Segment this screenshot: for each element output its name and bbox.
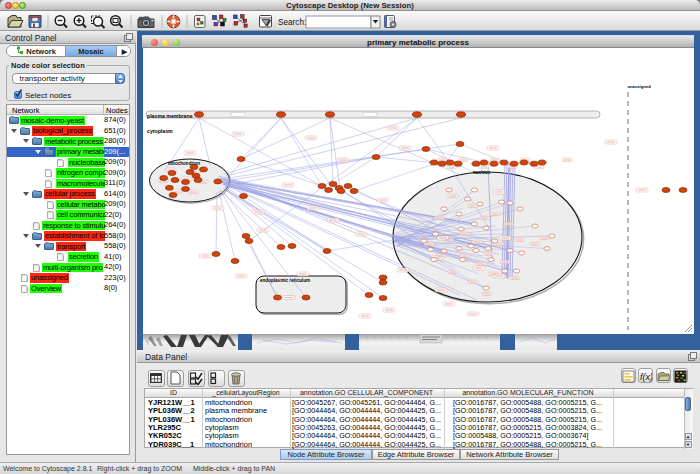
svg-text:cytoplasm: cytoplasm bbox=[147, 128, 173, 134]
svg-text:endoplasmic reticulum: endoplasmic reticulum bbox=[260, 278, 310, 283]
svg-text:nucleus: nucleus bbox=[473, 170, 491, 175]
svg-text:mitochondrion: mitochondrion bbox=[168, 161, 200, 166]
svg-text:plasma membrane: plasma membrane bbox=[147, 113, 193, 119]
svg-text:f(x): f(x) bbox=[640, 372, 652, 382]
svg-text:Search:: Search: bbox=[278, 18, 306, 27]
svg-text:unassigned: unassigned bbox=[628, 84, 652, 89]
